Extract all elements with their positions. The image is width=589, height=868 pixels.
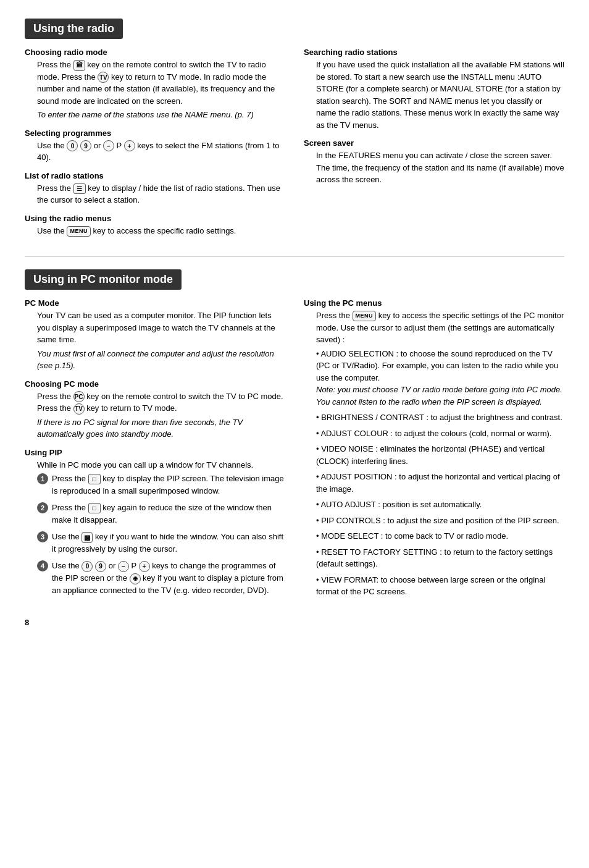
radio-left-col: Choosing radio mode Press the 🏛 key on t… xyxy=(25,48,285,244)
pc-menu-item-position: ADJUST POSITION : to adjust the horizont… xyxy=(316,471,564,495)
choosing-pc-mode: Choosing PC mode Press the PC key on the… xyxy=(25,379,285,440)
choosing-radio-mode-p2: To enter the name of the stations use th… xyxy=(37,109,285,121)
pip-step-3-text: Use the ▩ key if you want to hide the wi… xyxy=(52,531,285,555)
page-number: 8 xyxy=(25,618,564,627)
pc-right-col: Using the PC menus Press the MENU key to… xyxy=(304,298,564,605)
choosing-radio-mode-body: Press the 🏛 key on the remote control to… xyxy=(25,59,285,121)
list-radio-stations-body: Press the ☰ key to display / hide the li… xyxy=(25,182,285,206)
pip-key-1: □ xyxy=(88,474,101,484)
choosing-radio-mode: Choosing radio mode Press the 🏛 key on t… xyxy=(25,48,285,121)
pip-step-3: 3 Use the ▩ key if you want to hide the … xyxy=(37,531,285,555)
choosing-pc-mode-p1: Press the PC key on the remote control t… xyxy=(37,390,285,415)
menu-key-pc: MENU xyxy=(353,311,377,321)
pip-step-1-text: Press the □ key to display the PIP scree… xyxy=(52,473,285,497)
pc-menus-list: AUDIO SELECTION : to choose the sound re… xyxy=(316,348,564,598)
pc-mode-title: PC Mode xyxy=(25,298,285,308)
choosing-radio-mode-title: Choosing radio mode xyxy=(25,48,285,57)
using-pip-title: Using PIP xyxy=(25,448,285,457)
tv-key-pc: TV xyxy=(73,403,85,415)
pc-menu-item-view-format: VIEW FORMAT: to choose between large scr… xyxy=(316,574,564,598)
selecting-programmes-body: Use the 0 9 or − P + keys to select the … xyxy=(25,140,285,164)
pc-section-title: Using in PC monitor mode xyxy=(25,269,182,290)
using-pc-menus: Using the PC menus Press the MENU key to… xyxy=(304,298,564,598)
minus-key: − xyxy=(103,140,114,151)
screen-saver-body: In the FEATURES menu you can activate / … xyxy=(304,150,564,186)
pc-menu-item-colour: ADJUST COLOUR : to adjust the colours (c… xyxy=(316,428,564,440)
pc-menu-item-video-noise: VIDEO NOISE : eliminates the horizontal … xyxy=(316,443,564,467)
using-radio-menus: Using the radio menus Use the MENU key t… xyxy=(25,214,285,237)
pip-step-2-num: 2 xyxy=(37,502,48,513)
plus-key: + xyxy=(124,140,135,151)
selecting-programmes-p1: Use the 0 9 or − P + keys to select the … xyxy=(37,140,285,164)
pc-menu-item-brightness: BRIGHTNESS / CONTRAST : to adjust the br… xyxy=(316,411,564,424)
radio-section-title: Using the radio xyxy=(25,19,123,39)
using-pip: Using PIP While in PC mode you can call … xyxy=(25,448,285,596)
pc-key: PC xyxy=(73,391,85,402)
list-radio-stations-title: List of radio stations xyxy=(25,171,285,180)
pc-menu-item-audio: AUDIO SELECTION : to choose the sound re… xyxy=(316,348,564,408)
searching-radio-stations-p1: If you have used the quick installation … xyxy=(316,59,564,131)
choosing-radio-mode-p1: Press the 🏛 key on the remote control to… xyxy=(37,59,285,107)
pc-mode-body: Your TV can be used as a computer monito… xyxy=(25,310,285,372)
selecting-programmes: Selecting programmes Use the 0 9 or − P … xyxy=(25,129,285,164)
pip-step-1-num: 1 xyxy=(37,473,48,484)
pc-menu-item-factory-reset: RESET TO FACTORY SETTING : to return to … xyxy=(316,546,564,570)
using-pip-intro: While in PC mode you can call up a windo… xyxy=(37,459,285,471)
choosing-pc-mode-title: Choosing PC mode xyxy=(25,379,285,389)
nine-key-pip: 9 xyxy=(95,561,106,572)
searching-radio-stations: Searching radio stations If you have use… xyxy=(304,48,564,131)
pc-two-col: PC Mode Your TV can be used as a compute… xyxy=(25,298,564,605)
using-pc-menus-intro: Press the MENU key to access the specifi… xyxy=(316,310,564,346)
tv-key-2: TV xyxy=(98,72,109,83)
using-radio-menus-body: Use the MENU key to access the specific … xyxy=(25,225,285,237)
pc-mode-p1: Your TV can be used as a computer monito… xyxy=(37,310,285,346)
using-radio-menus-title: Using the radio menus xyxy=(25,214,285,223)
choosing-pc-mode-body: Press the PC key on the remote control t… xyxy=(25,390,285,440)
using-pc-menus-title: Using the PC menus xyxy=(304,298,564,308)
selecting-programmes-title: Selecting programmes xyxy=(25,129,285,138)
radio-two-col: Choosing radio mode Press the 🏛 key on t… xyxy=(25,48,564,244)
pip-key-2: □ xyxy=(88,503,101,513)
menu-key-radio: MENU xyxy=(67,226,91,237)
pc-mode: PC Mode Your TV can be used as a compute… xyxy=(25,298,285,372)
pip-step-2: 2 Press the □ key again to reduce the si… xyxy=(37,502,285,526)
screen-saver: Screen saver In the FEATURES menu you ca… xyxy=(304,138,564,186)
radio-right-col: Searching radio stations If you have use… xyxy=(304,48,564,244)
pc-menu-note: Note: you must choose TV or radio mode b… xyxy=(316,385,562,407)
pip-step-4: 4 Use the 0 9 or − P + keys to change th… xyxy=(37,560,285,596)
using-pc-menus-body: Press the MENU key to access the specifi… xyxy=(304,310,564,598)
tv-key-1: 🏛 xyxy=(73,60,85,71)
screen-saver-title: Screen saver xyxy=(304,138,564,148)
list-key: ☰ xyxy=(73,183,86,194)
list-radio-stations-p1: Press the ☰ key to display / hide the li… xyxy=(37,182,285,206)
pip-step-1: 1 Press the □ key to display the PIP scr… xyxy=(37,473,285,497)
using-radio-menus-p1: Use the MENU key to access the specific … xyxy=(37,225,285,237)
screen-saver-p1: In the FEATURES menu you can activate / … xyxy=(316,150,564,186)
zero-key-pip: 0 xyxy=(81,561,93,572)
choosing-pc-mode-p2: If there is no PC signal for more than f… xyxy=(37,416,285,440)
radio-section: Using the radio Choosing radio mode Pres… xyxy=(25,19,564,244)
zero-key: 0 xyxy=(67,140,78,151)
pc-menu-item-pip-controls: PIP CONTROLS : to adjust the size and po… xyxy=(316,515,564,527)
nine-key: 9 xyxy=(80,140,91,151)
list-radio-stations: List of radio stations Press the ☰ key t… xyxy=(25,171,285,206)
pc-menu-item-auto-adjust: AUTO ADJUST : position is set automatica… xyxy=(316,499,564,511)
pip-step-4-text: Use the 0 9 or − P + keys to change the … xyxy=(52,560,285,596)
pc-left-col: PC Mode Your TV can be used as a compute… xyxy=(25,298,285,605)
source-key: ⊕ xyxy=(130,573,141,584)
plus-key-pip: + xyxy=(139,561,150,572)
searching-radio-stations-body: If you have used the quick installation … xyxy=(304,59,564,131)
using-pip-body: While in PC mode you can call up a windo… xyxy=(25,459,285,596)
searching-radio-stations-title: Searching radio stations xyxy=(304,48,564,57)
pip-step-4-num: 4 xyxy=(37,560,48,571)
pip-step-3-num: 3 xyxy=(37,531,48,542)
pip-step-2-text: Press the □ key again to reduce the size… xyxy=(52,502,285,526)
hide-key: ▩ xyxy=(81,532,93,543)
pc-section: Using in PC monitor mode PC Mode Your TV… xyxy=(25,269,564,605)
pc-menu-item-mode-select: MODE SELECT : to come back to TV or radi… xyxy=(316,530,564,542)
pc-mode-p2: You must first of all connect the comput… xyxy=(37,348,285,372)
minus-key-pip: − xyxy=(118,561,129,572)
section-divider xyxy=(25,256,564,257)
